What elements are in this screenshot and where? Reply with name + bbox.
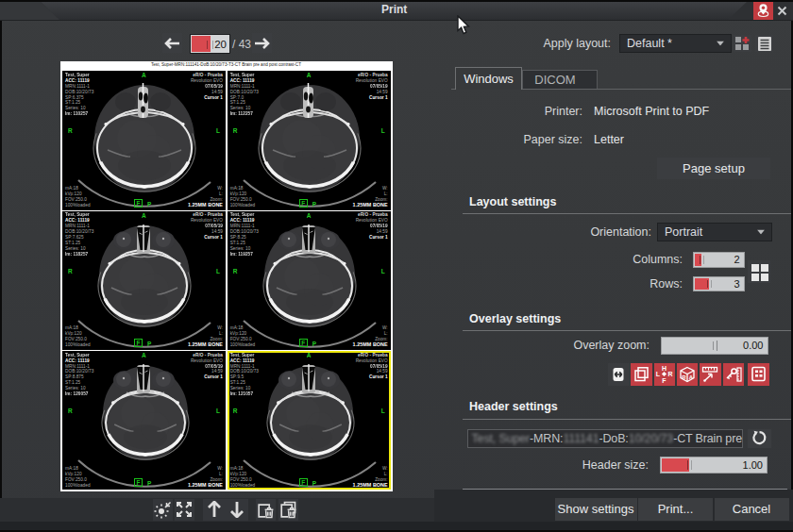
svg-text:A: A	[689, 374, 694, 380]
svg-text:R: R	[668, 371, 673, 377]
svg-text:F: F	[663, 377, 667, 384]
svg-text:L: L	[656, 371, 661, 377]
svg-text:R: R	[683, 374, 687, 380]
svg-text:H: H	[662, 365, 666, 372]
